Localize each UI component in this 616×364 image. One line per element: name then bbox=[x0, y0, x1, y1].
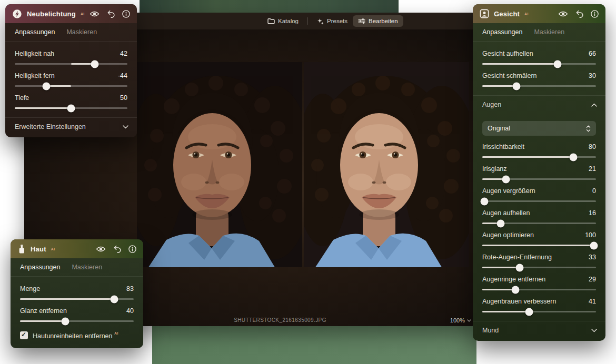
panel-body: Helligkeit nah42 Helligkeit fern-44 Tief… bbox=[5, 42, 137, 117]
info-icon[interactable] bbox=[591, 10, 599, 18]
slider-helligkeit-nah: Helligkeit nah42 bbox=[15, 50, 127, 65]
eye-icon[interactable] bbox=[96, 246, 106, 252]
slider-track[interactable] bbox=[20, 320, 134, 322]
eye-icon[interactable] bbox=[558, 11, 568, 17]
slider-track[interactable] bbox=[482, 156, 596, 158]
slider-augen-optimieren: Augen optimieren100 bbox=[482, 231, 596, 246]
panel-header: GesichtAI bbox=[473, 4, 605, 23]
slider-track[interactable] bbox=[482, 267, 596, 268]
slider-thumb[interactable] bbox=[569, 153, 577, 161]
slider-tiefe: Tiefe50 bbox=[15, 94, 127, 109]
tab-anpassungen[interactable]: Anpassungen bbox=[482, 28, 522, 36]
katalog-button[interactable]: Katalog bbox=[262, 15, 304, 27]
panel-neubelichtung: NeubelichtungAI Anpassungen Maskieren He… bbox=[5, 4, 137, 137]
panel-title: Gesicht bbox=[494, 10, 520, 18]
undo-icon[interactable] bbox=[113, 245, 121, 253]
slider-thumb[interactable] bbox=[553, 60, 561, 68]
section-augen[interactable]: Augen bbox=[473, 95, 605, 114]
toolbar-divider bbox=[307, 17, 308, 25]
panel-gesicht: GesichtAI Anpassungen Maskieren Gesicht … bbox=[473, 4, 605, 341]
slider-label: Helligkeit nah bbox=[15, 50, 54, 57]
slider-thumb[interactable] bbox=[62, 317, 69, 325]
slider-track[interactable] bbox=[482, 200, 596, 202]
slider-track[interactable] bbox=[482, 178, 596, 180]
slider-thumb[interactable] bbox=[590, 241, 598, 249]
slider-thumb[interactable] bbox=[512, 82, 520, 90]
slider-track[interactable] bbox=[482, 289, 596, 290]
slider-thumb[interactable] bbox=[511, 286, 519, 294]
section-mund[interactable]: Mund bbox=[473, 321, 605, 341]
photo-after bbox=[304, 62, 469, 267]
panel-title: Haut bbox=[31, 245, 46, 253]
augen-preset-dropdown[interactable]: Original bbox=[482, 121, 596, 136]
background-strip-top bbox=[140, 0, 399, 14]
slider-track[interactable] bbox=[20, 298, 134, 300]
panel-tabs: Anpassungen Maskieren bbox=[5, 23, 137, 42]
folder-icon bbox=[267, 18, 275, 24]
eye-icon[interactable] bbox=[90, 11, 100, 17]
slider-track[interactable] bbox=[15, 85, 127, 87]
slider-track[interactable] bbox=[15, 107, 127, 109]
slider-thumb[interactable] bbox=[111, 295, 118, 303]
slider-augenbrauen-verbessern: Augenbrauen verbessern41 bbox=[482, 298, 596, 312]
slider-track[interactable] bbox=[15, 63, 127, 65]
tab-maskieren[interactable]: Maskieren bbox=[534, 28, 564, 36]
panel-body: Gesicht aufhellen66 Gesicht schmälern30 bbox=[473, 42, 605, 95]
checkbox-label: Hautunreinheiten entfernen AI bbox=[33, 331, 118, 340]
slider-fill bbox=[20, 320, 65, 322]
slider-label: Gesicht aufhellen bbox=[482, 50, 533, 57]
slider-helligkeit-fern: Helligkeit fern-44 bbox=[15, 72, 127, 87]
slider-value: 42 bbox=[120, 50, 127, 57]
slider-track[interactable] bbox=[482, 63, 596, 65]
undo-icon[interactable] bbox=[107, 10, 115, 18]
chevron-down-icon bbox=[467, 319, 471, 322]
mode-switcher: Katalog Presets bbox=[262, 15, 403, 27]
sparkle-icon bbox=[317, 18, 324, 25]
checkbox[interactable] bbox=[20, 331, 28, 339]
slider-track[interactable] bbox=[482, 245, 596, 246]
katalog-label: Katalog bbox=[278, 18, 299, 24]
tab-maskieren[interactable]: Maskieren bbox=[66, 28, 97, 36]
panel-header-actions bbox=[96, 245, 136, 253]
info-icon[interactable] bbox=[128, 245, 136, 253]
slider-label: Tiefe bbox=[15, 94, 29, 102]
undo-icon[interactable] bbox=[575, 10, 583, 18]
erweiterte-einstellungen-row[interactable]: Erweiterte Einstellungen bbox=[5, 117, 137, 137]
slider-track[interactable] bbox=[482, 223, 596, 224]
face-icon bbox=[480, 9, 489, 18]
slider-thumb[interactable] bbox=[496, 219, 504, 227]
checkbox-hautunreinheiten-row[interactable]: Hautunreinheiten entfernen AI bbox=[20, 331, 134, 340]
slider-value: -44 bbox=[118, 72, 127, 79]
slider-label: Glanz entfernen bbox=[20, 307, 67, 315]
slider-irissichtbarkeit: Irissichtbarkeit80 bbox=[482, 143, 596, 158]
slider-thumb[interactable] bbox=[42, 82, 50, 90]
slider-thumb[interactable] bbox=[67, 104, 75, 112]
slider-fill bbox=[482, 311, 529, 312]
panel-header: NeubelichtungAI bbox=[5, 4, 137, 23]
slider-value: 40 bbox=[126, 307, 134, 315]
slider-track[interactable] bbox=[482, 311, 596, 312]
slider-thumb[interactable] bbox=[516, 264, 524, 271]
slider-thumb[interactable] bbox=[502, 175, 510, 183]
slider-augen-vergroessern: Augen vergrößern0 bbox=[482, 187, 596, 202]
slider-label: Irisglanz bbox=[482, 165, 507, 173]
slider-thumb[interactable] bbox=[525, 308, 533, 316]
slider-fill bbox=[482, 63, 558, 65]
panel-header: HautAI bbox=[11, 239, 143, 258]
slider-label: Menge bbox=[20, 285, 40, 292]
presets-button[interactable]: Presets bbox=[312, 15, 353, 27]
bearbeiten-button[interactable]: Bearbeiten bbox=[353, 15, 403, 27]
ai-badge: AI bbox=[51, 247, 55, 251]
tab-anpassungen[interactable]: Anpassungen bbox=[15, 28, 55, 36]
slider-thumb[interactable] bbox=[481, 197, 489, 205]
chevron-up-icon bbox=[591, 103, 597, 107]
presets-label: Presets bbox=[327, 18, 347, 24]
tab-anpassungen[interactable]: Anpassungen bbox=[20, 264, 60, 271]
slider-fill bbox=[482, 289, 515, 290]
slider-track[interactable] bbox=[482, 85, 596, 87]
tab-maskieren[interactable]: Maskieren bbox=[72, 264, 102, 271]
slider-gesicht-schmaelern: Gesicht schmälern30 bbox=[482, 72, 596, 87]
slider-thumb[interactable] bbox=[91, 60, 98, 68]
zoom-control[interactable]: 100% bbox=[450, 317, 471, 323]
info-icon[interactable] bbox=[122, 10, 130, 18]
